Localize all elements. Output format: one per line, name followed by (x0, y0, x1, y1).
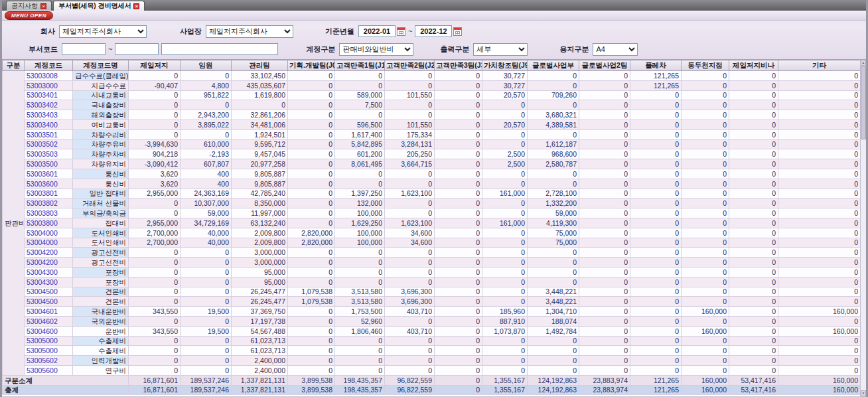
cell-amount[interactable]: 11,997,000 (232, 208, 288, 218)
cell-amount[interactable]: 3,895,022 (181, 119, 232, 129)
cell-amount[interactable]: 0 (778, 139, 861, 149)
cell-amount[interactable]: 40,000 (181, 228, 232, 238)
tab-notice[interactable]: 공지사항 (6, 1, 52, 11)
cell-amount[interactable]: 19,500 (181, 326, 232, 336)
table-row[interactable]: 53004000도서인쇄비2,700,00040,0002,009,8002,8… (3, 238, 861, 248)
cell-amount[interactable]: 0 (335, 267, 385, 277)
cell-amount[interactable]: 9,595,712 (232, 139, 288, 149)
cell-amount[interactable]: 0 (181, 100, 232, 110)
cell-amount[interactable]: 0 (385, 258, 435, 268)
cell-amount[interactable]: 3,448,221 (528, 297, 579, 307)
cell-amount[interactable]: 0 (288, 346, 335, 356)
cell-amount[interactable]: 75,000 (528, 228, 579, 238)
cell-amount[interactable]: 0 (630, 110, 682, 120)
cell-amount[interactable]: 1,355,167 (482, 385, 528, 395)
cell-amount[interactable]: 0 (435, 228, 482, 238)
cell-account-code[interactable]: 53004000 (25, 238, 73, 248)
cell-amount[interactable]: 0 (729, 365, 778, 375)
cell-amount[interactable]: 0 (385, 208, 435, 218)
cell-amount[interactable]: 0 (482, 198, 528, 208)
cell-amount[interactable]: 0 (778, 258, 861, 268)
cell-amount[interactable]: 205,250 (385, 149, 435, 159)
cell-account-code[interactable]: 53003802 (25, 198, 73, 208)
cell-amount[interactable]: 0 (482, 238, 528, 248)
cell-amount[interactable]: 0 (435, 90, 482, 100)
table-row[interactable]: 53003403해외출장비02,943,20032,861,206000003,… (3, 110, 861, 120)
cell-account-name[interactable]: 견본비 (73, 297, 129, 307)
cell-amount[interactable]: 0 (385, 80, 435, 90)
cell-amount[interactable]: 0 (778, 169, 861, 179)
cell-amount[interactable]: 0 (288, 90, 335, 100)
cell-account-code[interactable]: 53003500 (25, 159, 73, 169)
cell-amount[interactable]: 0 (682, 277, 729, 287)
cell-account-code[interactable]: 53003801 (25, 189, 73, 198)
cell-amount[interactable]: -3,994,630 (129, 139, 181, 149)
cell-account-name[interactable]: 국외운반비 (73, 316, 129, 326)
cell-amount[interactable]: 0 (579, 71, 630, 81)
cell-amount[interactable]: 1,612,187 (528, 139, 579, 149)
cell-amount[interactable]: 0 (129, 100, 181, 110)
cell-amount[interactable]: 0 (579, 267, 630, 277)
cell-amount[interactable]: 0 (579, 356, 630, 366)
cell-amount[interactable]: 0 (129, 277, 181, 287)
cell-account-name[interactable]: 일반 접대비 (73, 189, 129, 198)
cell-amount[interactable]: 0 (435, 169, 482, 179)
cell-account-name[interactable]: 차량주유비 (73, 139, 129, 149)
cell-amount[interactable]: 0 (579, 189, 630, 198)
cell-amount[interactable]: 0 (630, 326, 682, 336)
cell-amount[interactable]: 0 (630, 159, 682, 169)
cell-amount[interactable]: 0 (335, 346, 385, 356)
cell-amount[interactable]: 0 (579, 336, 630, 346)
cell-amount[interactable]: 0 (682, 258, 729, 268)
cell-amount[interactable]: 0 (729, 179, 778, 189)
cell-amount[interactable]: 0 (729, 110, 778, 120)
cell-amount[interactable]: -90,407 (129, 80, 181, 90)
cell-amount[interactable]: 0 (729, 169, 778, 179)
cell-amount[interactable]: 1,304,710 (528, 307, 579, 317)
cell-amount[interactable]: 1,623,100 (385, 189, 435, 198)
cell-amount[interactable]: 968,600 (528, 149, 579, 159)
cell-amount[interactable]: 0 (682, 149, 729, 159)
cell-amount[interactable]: 0 (579, 110, 630, 120)
menu-open-button[interactable]: MENU OPEN (5, 11, 53, 20)
period-to-input[interactable] (415, 25, 452, 37)
cell-account-code[interactable]: 53003008 (25, 71, 73, 81)
cell-amount[interactable]: 0 (482, 258, 528, 268)
cell-account-code[interactable]: 53004200 (25, 248, 73, 258)
cell-amount[interactable]: 0 (579, 139, 630, 149)
cell-amount[interactable]: 0 (129, 198, 181, 208)
cell-amount[interactable]: 0 (528, 267, 579, 277)
cell-amount[interactable]: 2,700,000 (129, 228, 181, 238)
cell-amount[interactable]: 400 (181, 169, 232, 179)
cell-account-name[interactable]: 국내출장비 (73, 100, 129, 110)
table-row[interactable]: 53003000지급수수료-90,4074,800435,035,6070000… (3, 80, 861, 90)
cell-account-name[interactable]: 운반비 (73, 326, 129, 336)
table-row[interactable]: 53004601국내운반비343,55019,50037,369,75001,7… (3, 307, 861, 317)
cell-amount[interactable]: 0 (630, 346, 682, 356)
cell-amount[interactable]: 0 (630, 208, 682, 218)
cell-amount[interactable]: 0 (435, 356, 482, 366)
cell-amount[interactable]: 0 (482, 248, 528, 258)
table-row[interactable]: 53003600통신비3,6204009,805,88700000000000 (3, 179, 861, 189)
cell-amount[interactable]: 0 (729, 90, 778, 100)
cell-amount[interactable]: 2,500 (482, 159, 528, 169)
cell-amount[interactable]: 0 (579, 248, 630, 258)
cell-amount[interactable]: 2,400,000 (232, 365, 288, 375)
cell-amount[interactable]: 2,955,000 (129, 218, 181, 228)
cell-amount[interactable]: 0 (579, 159, 630, 169)
table-row[interactable]: 53003802거래처 선물비010,307,0008,350,0000132,… (3, 198, 861, 208)
cell-amount[interactable]: 1,617,400 (335, 129, 385, 139)
cell-amount[interactable]: 0 (335, 80, 385, 90)
cell-amount[interactable]: 0 (778, 80, 861, 90)
cell-amount[interactable]: 0 (729, 218, 778, 228)
cell-amount[interactable]: 0 (482, 129, 528, 139)
cell-amount[interactable]: 0 (288, 189, 335, 198)
cell-amount[interactable]: 0 (630, 287, 682, 297)
table-row[interactable]: 53003501차량수리비001,924,50101,617,400175,33… (3, 129, 861, 139)
cell-amount[interactable]: 10,307,000 (181, 198, 232, 208)
cell-amount[interactable]: 0 (288, 267, 335, 277)
cell-amount[interactable]: 2,400,000 (232, 356, 288, 366)
cell-amount[interactable]: 0 (579, 316, 630, 326)
cell-amount[interactable]: 0 (385, 100, 435, 110)
cell-amount[interactable]: 0 (129, 336, 181, 346)
